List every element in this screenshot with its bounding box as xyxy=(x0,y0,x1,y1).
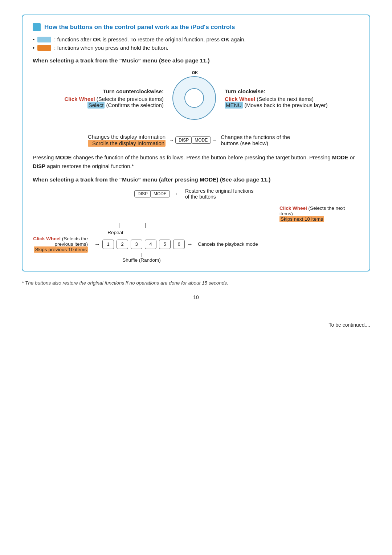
mode-description: Pressing MODE changes the function of th… xyxy=(33,153,359,171)
btn-1[interactable]: 1 xyxy=(102,240,114,249)
turn-ccw-label: Turn counterclockwise: xyxy=(64,88,163,94)
turn-cw-label: Turn clockwise: xyxy=(225,88,328,94)
wheel-right-labels: Turn clockwise: Click Wheel (Selects the… xyxy=(225,88,328,108)
disp-mode-restore-buttons: DISP MODE xyxy=(134,190,170,197)
mode-button[interactable]: MODE xyxy=(191,136,211,144)
disp-mode-row: Changes the display information Scrolls … xyxy=(33,134,359,147)
repeat-label-row xyxy=(33,223,359,229)
bullet-item-2: • : functions when you press and hold th… xyxy=(33,45,359,51)
ok-label: OK xyxy=(192,70,198,75)
bullet1-text: : functions after OK is pressed. To rest… xyxy=(54,36,246,42)
disp-mode-restore-row: DISP MODE ← Restores the original functi… xyxy=(33,188,359,200)
wheel-inner xyxy=(184,88,204,108)
main-info-box: How the buttons on the control panel wor… xyxy=(22,15,370,272)
click-wheel-right: Click Wheel (Selects the next items) xyxy=(225,96,328,102)
mode-button-2[interactable]: MODE xyxy=(150,190,170,197)
shuffle-row: Shuffle (Random) xyxy=(33,253,359,263)
numbered-diagram: Click Wheel (Selects the next items) Ski… xyxy=(33,205,359,263)
btn-6[interactable]: 6 xyxy=(173,240,185,249)
btn-3[interactable]: 3 xyxy=(131,240,142,249)
box-title: How the buttons on the control panel wor… xyxy=(33,23,359,31)
ipod-wheel: OK xyxy=(172,76,216,120)
click-wheel-left: Click Wheel (Selects the previous items) xyxy=(64,96,163,102)
disp-button[interactable]: DISP xyxy=(175,136,192,144)
orange-swatch xyxy=(37,45,51,51)
disp-mode-buttons: → DISP MODE ← xyxy=(169,136,217,144)
footnote: * The buttons also restore the original … xyxy=(22,280,370,286)
left-annotation: Click Wheel (Selects the previous items)… xyxy=(33,236,91,252)
skips-next-col xyxy=(139,223,152,229)
scroll-highlight: Scrolls the display information xyxy=(88,140,166,147)
wheel-diagram: Turn counterclockwise: Click Wheel (Sele… xyxy=(33,69,359,127)
num-buttons: 1 2 3 4 5 6 xyxy=(102,240,185,249)
btn-5[interactable]: 5 xyxy=(159,240,171,249)
shuffle-col: Shuffle (Random) xyxy=(102,253,181,263)
wheel-left-labels: Turn counterclockwise: Click Wheel (Sele… xyxy=(64,88,163,108)
repeat-text-row: Repeat xyxy=(33,230,359,235)
left-arrow: → xyxy=(91,241,102,248)
select-label: Select (Confirms the selection) xyxy=(64,102,163,108)
to-be-continued: To be continued.... xyxy=(22,322,370,328)
right-top-annotation: Click Wheel (Selects the next items) Ski… xyxy=(258,205,359,222)
disp-button-2[interactable]: DISP xyxy=(134,190,151,197)
menu-label: MENU (Moves back to the previous layer) xyxy=(225,102,328,108)
top-annotations: Click Wheel (Selects the next items) Ski… xyxy=(33,205,359,222)
restore-text: Restores the original functions of the b… xyxy=(185,188,258,200)
button-row: Click Wheel (Selects the previous items)… xyxy=(33,236,359,252)
right-arrow: → xyxy=(185,241,196,248)
page-number: 10 xyxy=(22,294,370,300)
right-bottom-label: Cancels the playback mode xyxy=(196,241,359,247)
bullet2-text: : functions when you press and hold the … xyxy=(54,45,168,51)
btn-4[interactable]: 4 xyxy=(145,240,156,249)
section1-heading: When selecting a track from the “Music” … xyxy=(33,57,359,64)
btn-2[interactable]: 2 xyxy=(117,240,128,249)
bullet-list: • : functions after OK is pressed. To re… xyxy=(33,36,359,51)
blue-swatch xyxy=(37,37,51,42)
title-icon xyxy=(33,23,41,31)
section2-heading: When selecting a track from the “Music” … xyxy=(33,176,359,183)
repeat-text: Repeat xyxy=(105,230,126,235)
repeat-above-col xyxy=(113,223,126,229)
spacer-left xyxy=(33,205,258,222)
box-title-text: How the buttons on the control panel wor… xyxy=(44,24,235,31)
bullet-item-1: • : functions after OK is pressed. To re… xyxy=(33,36,359,42)
shuffle-label: Shuffle (Random) xyxy=(122,257,161,263)
left-disp-text: Changes the display information Scrolls … xyxy=(88,134,166,147)
right-disp-text: Changes the functions of the buttons (se… xyxy=(221,134,304,146)
wheel-outer xyxy=(172,76,216,120)
